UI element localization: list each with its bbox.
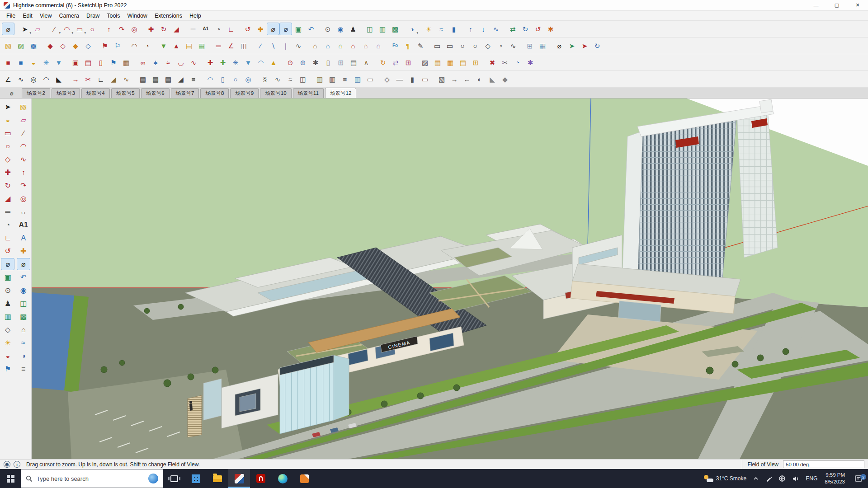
- offset2-icon[interactable]: ◎: [27, 73, 40, 85]
- twist-icon[interactable]: ∿: [120, 73, 132, 85]
- notes-app-icon[interactable]: [293, 469, 315, 488]
- position-camera-icon[interactable]: ⊙: [321, 23, 334, 35]
- circle-outline-icon[interactable]: ○: [456, 39, 469, 52]
- tape-measure-tool-icon[interactable]: ═: [1, 206, 14, 218]
- pie-icon[interactable]: ◔: [141, 39, 153, 52]
- arrow-sw-icon[interactable]: ←: [461, 73, 473, 85]
- follow-me-tool-icon[interactable]: ↷: [17, 179, 30, 192]
- volume-button[interactable]: [789, 469, 802, 488]
- protractor-icon[interactable]: ◔: [212, 23, 225, 35]
- close2-icon[interactable]: ✖: [486, 56, 499, 69]
- task-view-button[interactable]: [163, 469, 185, 488]
- start-button[interactable]: [0, 469, 21, 488]
- wand-icon[interactable]: ✱: [524, 56, 537, 69]
- cells-icon[interactable]: ⊞: [469, 56, 482, 69]
- eraser-icon[interactable]: ▱: [31, 23, 44, 35]
- section-fill-icon[interactable]: ▩: [389, 23, 401, 35]
- stair-icon[interactable]: ▤: [347, 56, 360, 69]
- grid-icon[interactable]: ⊞: [524, 39, 536, 52]
- measure-icon[interactable]: ═: [212, 39, 225, 52]
- spray-icon[interactable]: ≈: [162, 56, 175, 69]
- styles-icon[interactable]: ◑▾: [406, 23, 418, 35]
- cortana-icon[interactable]: [148, 474, 158, 483]
- axes-tool-icon[interactable]: ∟: [1, 232, 14, 244]
- acrobat-app-icon[interactable]: [250, 469, 272, 488]
- roof-icon[interactable]: ∧: [360, 56, 373, 69]
- arc-segment-icon[interactable]: ◠: [128, 39, 141, 52]
- angle-icon[interactable]: ∠: [225, 39, 237, 52]
- language-indicator[interactable]: ENG: [802, 469, 821, 488]
- window-icon[interactable]: ⊞: [335, 56, 347, 69]
- protractor-tool-icon[interactable]: ◔: [1, 219, 14, 231]
- lower-icon[interactable]: ↓: [477, 23, 490, 35]
- blue-spiral-icon[interactable]: ↻: [591, 39, 604, 52]
- clock[interactable]: 9:59 PM 8/5/2023: [821, 472, 849, 485]
- follow-me-icon[interactable]: ↷: [115, 23, 128, 35]
- export-model-icon[interactable]: ▲: [170, 39, 183, 52]
- dome-icon[interactable]: ◠: [204, 73, 217, 85]
- taper-icon[interactable]: ◢: [107, 73, 120, 85]
- position-camera-tool-icon[interactable]: ⊙: [1, 284, 14, 296]
- export-box-icon[interactable]: ▦: [195, 39, 208, 52]
- material-blue-icon[interactable]: ■: [14, 56, 27, 69]
- link-icon[interactable]: ∞: [137, 56, 149, 69]
- zoom-extents-icon[interactable]: ▣: [292, 23, 305, 35]
- shape-icon[interactable]: ▭▾: [73, 23, 86, 35]
- weather-widget[interactable]: 31°C Smoke: [700, 469, 750, 488]
- search-icon[interactable]: ⌀: [2, 23, 14, 35]
- axes-icon[interactable]: ∟: [225, 23, 237, 35]
- union-icon[interactable]: ◆: [44, 39, 57, 52]
- polyline-icon[interactable]: ∠: [2, 73, 14, 85]
- offset-tool-icon[interactable]: ◎: [17, 192, 30, 205]
- wall-icon[interactable]: ▥: [313, 73, 326, 85]
- scene-tab-11[interactable]: 场景号11: [293, 88, 324, 98]
- line-tool-icon[interactable]: ∕: [17, 127, 30, 139]
- drop2-icon[interactable]: ▼: [242, 56, 255, 69]
- zoom-tool-icon[interactable]: ⌀: [1, 258, 14, 270]
- scale-icon[interactable]: ◢: [170, 23, 183, 35]
- pan-tool-icon[interactable]: ✚: [17, 245, 30, 257]
- beam-icon[interactable]: —: [393, 73, 406, 85]
- text-box-icon[interactable]: ▤: [82, 56, 94, 69]
- hatch-icon[interactable]: ▨: [419, 56, 431, 69]
- drop-icon[interactable]: ▼: [52, 56, 65, 69]
- cylinder-icon[interactable]: ▯: [217, 73, 229, 85]
- snowflake-icon[interactable]: ✳: [40, 56, 52, 69]
- taskbar-search-input[interactable]: Type here to search: [21, 469, 163, 488]
- zoom-window-tool-icon[interactable]: ⌀: [17, 258, 30, 270]
- eraser-tool-icon[interactable]: ▱: [17, 114, 30, 126]
- 3d-grid-icon[interactable]: ▦: [536, 39, 549, 52]
- hidden-icons-button[interactable]: [750, 469, 762, 488]
- scene-tab-12[interactable]: 场景号12: [325, 88, 356, 98]
- look-around-icon[interactable]: ◉: [334, 23, 347, 35]
- scene-tab-7[interactable]: 场景号7: [171, 88, 199, 98]
- hide-rest-icon[interactable]: ◇: [1, 324, 14, 336]
- shadows-icon[interactable]: ☀: [1, 337, 14, 349]
- zoom-extents-tool-icon[interactable]: ▣: [1, 271, 14, 283]
- louver-icon[interactable]: ≡: [339, 73, 351, 85]
- orbit-tool-icon[interactable]: ↺: [1, 245, 14, 257]
- edge-app-icon[interactable]: [272, 469, 293, 488]
- rotate-icon[interactable]: ↻: [157, 23, 170, 35]
- rounded-rect-icon[interactable]: ▭: [443, 39, 456, 52]
- import-model-icon[interactable]: ▼: [157, 39, 170, 52]
- pipe-icon[interactable]: ◎: [242, 73, 255, 85]
- trim2-icon[interactable]: ✂: [82, 73, 94, 85]
- node-icon[interactable]: ∗: [149, 56, 162, 69]
- material-red-icon[interactable]: ■: [2, 56, 14, 69]
- cross-red-icon[interactable]: ✚: [204, 56, 217, 69]
- stairs1-icon[interactable]: ▤: [137, 73, 149, 85]
- arc-icon[interactable]: ◠▾: [61, 23, 73, 35]
- back-view-icon[interactable]: ⌂: [359, 39, 372, 52]
- orbit-icon[interactable]: ↺: [241, 23, 254, 35]
- pin2-icon[interactable]: ⊕: [297, 56, 309, 69]
- paint-icon[interactable]: ◒: [27, 56, 40, 69]
- flag-red-icon[interactable]: ⚑: [99, 39, 111, 52]
- app-grid-icon[interactable]: [185, 469, 207, 488]
- arrow-ne-icon[interactable]: →: [448, 73, 461, 85]
- menu-window[interactable]: Window: [123, 12, 151, 20]
- move-tool-icon[interactable]: ✚: [1, 166, 14, 178]
- solar-north-icon[interactable]: ▮: [448, 23, 460, 35]
- door-icon[interactable]: ▯: [322, 56, 335, 69]
- import-box-icon[interactable]: ▤: [183, 39, 195, 52]
